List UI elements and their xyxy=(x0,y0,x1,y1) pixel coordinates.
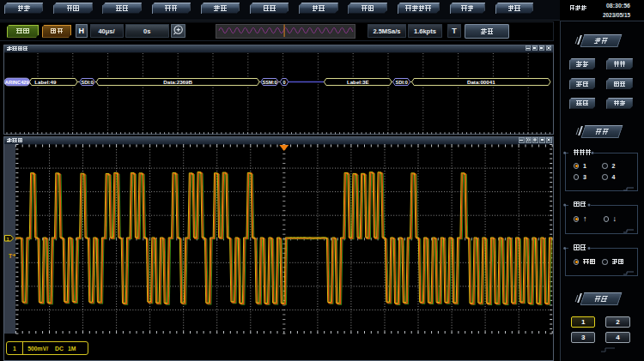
svg-text:1: 1 xyxy=(6,237,9,242)
svg-text:T: T xyxy=(9,253,12,259)
